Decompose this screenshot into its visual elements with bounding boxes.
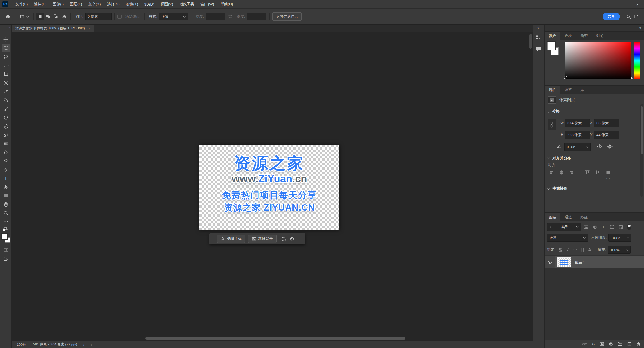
dodge-tool[interactable] — [2, 157, 10, 165]
transform-button[interactable] — [279, 235, 288, 243]
filter-type-select[interactable]: 类型 — [547, 223, 581, 231]
layer-name[interactable]: 图层 1 — [575, 260, 585, 265]
crop-tool[interactable] — [2, 70, 10, 78]
type-tool[interactable]: T — [2, 174, 10, 183]
lock-position-button[interactable] — [572, 247, 578, 252]
saturation-brightness-field[interactable] — [565, 42, 631, 79]
menu-filter[interactable]: 滤镜(T) — [123, 0, 141, 8]
feather-input[interactable]: 0 像素 — [85, 13, 112, 20]
adjustments-button[interactable] — [288, 235, 296, 243]
align-more-button[interactable]: ••• — [545, 176, 644, 183]
spot-healing-brush-tool[interactable] — [2, 96, 10, 104]
selection-mode-intersect[interactable] — [60, 13, 68, 20]
close-tab-icon[interactable]: × — [88, 26, 91, 31]
width-input[interactable] — [206, 13, 225, 20]
remove-background-button[interactable]: 移除背景 — [248, 235, 277, 243]
style-select[interactable]: 正常 — [159, 13, 188, 20]
tab-patterns[interactable]: 图案 — [592, 32, 607, 40]
quick-mask-button[interactable] — [2, 246, 10, 254]
hue-slider[interactable] — [631, 77, 633, 80]
filter-type-layers-button[interactable]: T — [600, 224, 607, 230]
pen-tool[interactable] — [2, 165, 10, 174]
align-center-horizontal-button[interactable] — [558, 169, 565, 175]
search-button[interactable] — [624, 13, 632, 20]
align-top-button[interactable] — [584, 169, 590, 175]
new-layer-button[interactable] — [627, 342, 632, 347]
color-field-cursor[interactable] — [564, 76, 567, 79]
frame-tool[interactable] — [2, 78, 10, 87]
canvas[interactable]: 资源之家 www.ZiYuan.cn 免费热门项目每天分享 资源之家 ZIYUA… — [12, 32, 533, 341]
share-button[interactable]: 共享 — [603, 13, 620, 20]
lasso-tool[interactable] — [2, 52, 10, 61]
align-center-vertical-button[interactable] — [595, 169, 601, 175]
transform-height-input[interactable]: 228 像素 — [565, 131, 590, 139]
history-brush-tool[interactable] — [2, 122, 10, 130]
horizontal-scrollbar[interactable] — [145, 337, 405, 340]
tab-color[interactable]: 颜色 — [545, 32, 560, 40]
menu-file[interactable]: 文件(F) — [12, 0, 31, 8]
close-button[interactable]: × — [631, 0, 644, 8]
status-next-icon[interactable]: › — [83, 342, 85, 347]
flip-horizontal-button[interactable] — [596, 143, 603, 150]
link-layers-button[interactable] — [582, 342, 588, 346]
hue-strip[interactable] — [634, 42, 640, 79]
taskbar-drag-handle[interactable] — [213, 236, 213, 242]
fill-select[interactable]: 100% — [608, 246, 631, 254]
align-left-button[interactable] — [548, 169, 554, 175]
eraser-tool[interactable] — [2, 130, 10, 139]
link-dimensions-button[interactable] — [548, 119, 556, 130]
menu-image[interactable]: 图像(I) — [49, 0, 67, 8]
rectangular-marquee-tool[interactable] — [2, 44, 10, 52]
expand-panels-icon[interactable]: « — [537, 25, 539, 30]
quick-selection-tool[interactable] — [2, 61, 10, 70]
height-input[interactable] — [247, 13, 266, 20]
swap-dimensions-button[interactable] — [226, 13, 234, 20]
zoom-tool[interactable] — [2, 209, 10, 217]
status-prev-icon[interactable]: ‹ — [91, 342, 92, 347]
rotation-angle-select[interactable]: 0.00° — [564, 143, 591, 151]
new-adjustment-layer-button[interactable] — [608, 342, 613, 347]
tab-libraries[interactable]: 库 — [576, 86, 588, 94]
filtering-toggle[interactable] — [627, 224, 631, 230]
edit-toolbar-button[interactable] — [2, 217, 10, 226]
filter-adjustment-layers-button[interactable] — [591, 224, 598, 230]
tab-adjustments[interactable]: 调整 — [560, 86, 576, 94]
foreground-color-swatch[interactable] — [547, 42, 555, 50]
opacity-select[interactable]: 100% — [608, 234, 631, 242]
delete-layer-button[interactable] — [636, 342, 641, 347]
brush-tool[interactable] — [2, 104, 10, 113]
layer-visibility-toggle[interactable] — [545, 256, 555, 268]
layer-thumbnail[interactable] — [557, 257, 571, 267]
transform-section-header[interactable]: 变换 — [545, 106, 644, 116]
layer-effects-button[interactable]: fx — [592, 342, 595, 346]
menu-help[interactable]: 帮助(H) — [217, 0, 236, 8]
lock-all-button[interactable] — [587, 247, 593, 252]
align-right-button[interactable] — [569, 169, 575, 175]
filter-pixel-layers-button[interactable] — [582, 224, 590, 230]
workspace-switcher-button[interactable] — [632, 13, 640, 20]
new-group-button[interactable] — [617, 342, 623, 346]
rectangle-tool[interactable] — [2, 191, 10, 200]
tab-layers[interactable]: 图层 — [545, 213, 560, 221]
eyedropper-tool[interactable] — [2, 87, 10, 96]
gradient-tool[interactable] — [2, 139, 10, 148]
toolbar-expand-button[interactable]: » — [8, 25, 10, 29]
lock-pixels-button[interactable] — [565, 247, 571, 252]
clone-stamp-tool[interactable] — [2, 113, 10, 122]
menu-3d[interactable]: 3D(D) — [141, 0, 157, 8]
document-image[interactable]: 资源之家 www.ZiYuan.cn 免费热门项目每天分享 资源之家 ZIYUA… — [199, 145, 339, 230]
foreground-color-swatch[interactable] — [2, 234, 7, 239]
menu-window[interactable]: 窗口(W) — [197, 0, 217, 8]
properties-scrollbar[interactable] — [640, 104, 643, 197]
document-tab[interactable]: 资源之家水印.png @ 100% (图层 1, RGB/8#) × — [12, 25, 94, 32]
move-tool[interactable] — [2, 35, 10, 44]
maximize-button[interactable] — [618, 0, 631, 8]
menu-layer[interactable]: 图层(L) — [67, 0, 85, 8]
tab-channels[interactable]: 通道 — [560, 213, 576, 221]
vertical-scrollbar[interactable] — [529, 34, 532, 49]
screen-mode-button[interactable] — [2, 254, 10, 263]
history-panel-button[interactable] — [535, 34, 542, 41]
selection-mode-add[interactable] — [44, 13, 52, 20]
menu-type[interactable]: 文字(Y) — [85, 0, 104, 8]
default-and-swap-colors[interactable] — [2, 226, 10, 233]
